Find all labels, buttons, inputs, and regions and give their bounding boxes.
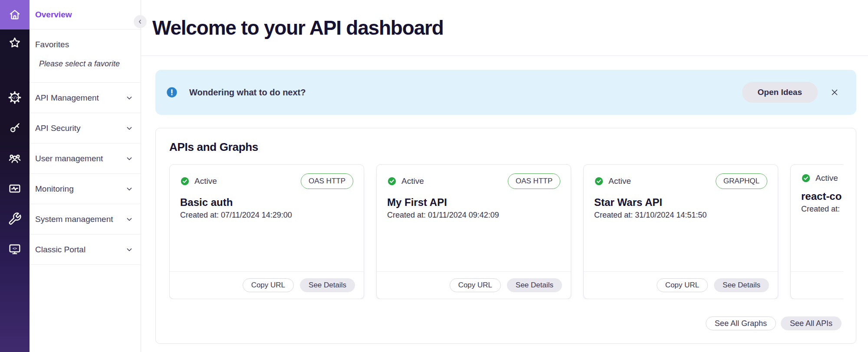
rail-item-overview[interactable] <box>0 0 30 29</box>
sidebar-item-label: Classic Portal <box>35 245 85 254</box>
api-created-at: Created at: 31/10/2024 14:51:50 <box>594 211 767 220</box>
status-label: Active <box>815 173 838 183</box>
info-banner: Wondering what to do next? Open Ideas <box>155 70 856 115</box>
favorites-hint: Please select a favorite <box>39 59 141 68</box>
sidebar-item-overview[interactable]: Overview <box>30 0 141 29</box>
cards-row: Active OAS HTTP Basic auth Created at: 0… <box>169 164 843 299</box>
api-card: Active OAS HTTP My First API Created at:… <box>376 164 571 299</box>
status-label: Active <box>608 176 631 186</box>
status-label: Active <box>401 176 424 186</box>
rail-item-user-management[interactable] <box>0 151 30 166</box>
api-card-body: Active react-co Created at: <box>791 165 843 271</box>
svg-text:</>: </> <box>12 96 18 100</box>
api-created-at: Created at: 07/11/2024 14:29:00 <box>180 211 353 220</box>
chevron-down-icon <box>125 185 134 193</box>
key-icon <box>8 121 22 135</box>
rail-item-favorites[interactable] <box>0 36 30 50</box>
api-card-title: react-co <box>801 190 843 202</box>
check-circle-icon <box>594 176 604 186</box>
sidebar-item-api-management[interactable]: API Management <box>30 83 141 113</box>
sidebar: Overview Favorites Please select a favor… <box>30 0 141 352</box>
status-badge: Active <box>594 176 631 186</box>
sidebar-item-favorites[interactable]: Favorites <box>35 40 141 49</box>
see-details-button[interactable]: See Details <box>507 278 562 292</box>
check-circle-icon <box>801 173 811 183</box>
section-actions: See All Graphs See All APIs <box>706 316 842 330</box>
page-title: Welcome to your API dashboard <box>152 16 444 39</box>
page-header: Welcome to your API dashboard <box>141 0 868 56</box>
api-card-footer: Copy URL See Details <box>170 271 364 299</box>
api-card: Active OAS HTTP Basic auth Created at: 0… <box>169 164 364 299</box>
sidebar-item-label: Monitoring <box>35 184 74 194</box>
see-all-graphs-button[interactable]: See All Graphs <box>706 316 776 330</box>
sidebar-item-label: System management <box>35 215 113 224</box>
sidebar-item-classic-portal[interactable]: Classic Portal <box>30 235 141 265</box>
api-card-footer: Copy URL See Details <box>791 271 843 299</box>
sidebar-item-api-security[interactable]: API Security <box>30 113 141 143</box>
sidebar-item-user-management[interactable]: User management <box>30 143 141 174</box>
status-label: Active <box>194 176 217 186</box>
rail-item-monitoring[interactable] <box>0 181 30 196</box>
copy-url-button[interactable]: Copy URL <box>450 278 501 292</box>
sidebar-item-system-management[interactable]: System management <box>30 204 141 235</box>
status-badge: Active <box>180 176 217 186</box>
copy-url-button[interactable]: Copy URL <box>657 278 708 292</box>
see-details-button[interactable]: See Details <box>300 278 355 292</box>
chevron-down-icon <box>125 124 134 133</box>
open-ideas-button[interactable]: Open Ideas <box>742 82 818 103</box>
home-icon <box>8 8 22 22</box>
api-card-title: Basic auth <box>180 196 353 209</box>
api-type-badge: OAS HTTP <box>301 173 353 189</box>
api-card-title: Star Wars API <box>594 196 767 209</box>
api-card-footer: Copy URL See Details <box>584 271 778 299</box>
rail-item-api-management[interactable]: </> <box>0 90 30 105</box>
chevron-down-icon <box>125 215 134 224</box>
rail-item-system-management[interactable] <box>0 212 30 226</box>
info-icon <box>166 86 178 98</box>
apis-section-title: APIs and Graphs <box>169 140 856 154</box>
see-all-apis-button[interactable]: See All APIs <box>781 316 842 330</box>
wrench-icon <box>8 212 22 226</box>
api-created-at: Created at: 01/11/2024 09:42:09 <box>387 211 560 220</box>
main-content: Welcome to your API dashboard Wondering … <box>141 0 868 352</box>
rail-item-classic-portal[interactable]: <> <box>0 242 30 257</box>
copy-url-button[interactable]: Copy URL <box>243 278 294 292</box>
api-card-body: Active OAS HTTP My First API Created at:… <box>377 165 571 271</box>
sidebar-item-label: Overview <box>35 10 72 20</box>
users-icon <box>8 151 22 165</box>
api-card: Active GRAPHQL Star Wars API Created at:… <box>583 164 778 299</box>
star-icon <box>8 36 22 50</box>
banner-message: Wondering what to do next? <box>189 88 306 98</box>
chevron-down-icon <box>125 154 134 163</box>
chevron-down-icon <box>125 245 134 254</box>
check-circle-icon <box>180 176 190 186</box>
banner-close-button[interactable] <box>829 87 840 98</box>
icon-rail: </> <> <box>0 0 30 352</box>
api-card-body: Active GRAPHQL Star Wars API Created at:… <box>584 165 778 271</box>
monitor-pulse-icon <box>8 182 22 196</box>
api-card-title: My First API <box>387 196 560 209</box>
check-circle-icon <box>387 176 397 186</box>
api-type-badge: OAS HTTP <box>508 173 560 189</box>
rail-item-api-security[interactable] <box>0 121 30 135</box>
status-badge: Active <box>801 173 838 183</box>
banner-actions: Open Ideas <box>742 82 840 103</box>
sidebar-item-monitoring[interactable]: Monitoring <box>30 174 141 204</box>
monitor-code-icon: <> <box>8 242 22 256</box>
sidebar-item-label: API Security <box>35 124 81 133</box>
apis-section: APIs and Graphs Active OAS HTTP Basic au… <box>155 128 856 344</box>
chevron-left-icon <box>136 18 144 26</box>
see-details-button[interactable]: See Details <box>714 278 769 292</box>
close-icon <box>830 88 839 97</box>
sidebar-item-label: API Management <box>35 93 99 103</box>
sidebar-favorites-section: Favorites Please select a favorite <box>30 29 141 83</box>
svg-text:<>: <> <box>13 246 17 251</box>
api-card: Active react-co Created at: Copy URL See… <box>790 164 843 299</box>
api-card-body: Active OAS HTTP Basic auth Created at: 0… <box>170 165 364 271</box>
api-created-at: Created at: <box>801 205 843 214</box>
gear-code-icon: </> <box>8 91 22 104</box>
api-card-footer: Copy URL See Details <box>377 271 571 299</box>
sidebar-nav: API Management API Security User managem… <box>30 83 141 265</box>
sidebar-collapse-button[interactable] <box>134 15 147 28</box>
api-type-badge: GRAPHQL <box>716 173 767 189</box>
